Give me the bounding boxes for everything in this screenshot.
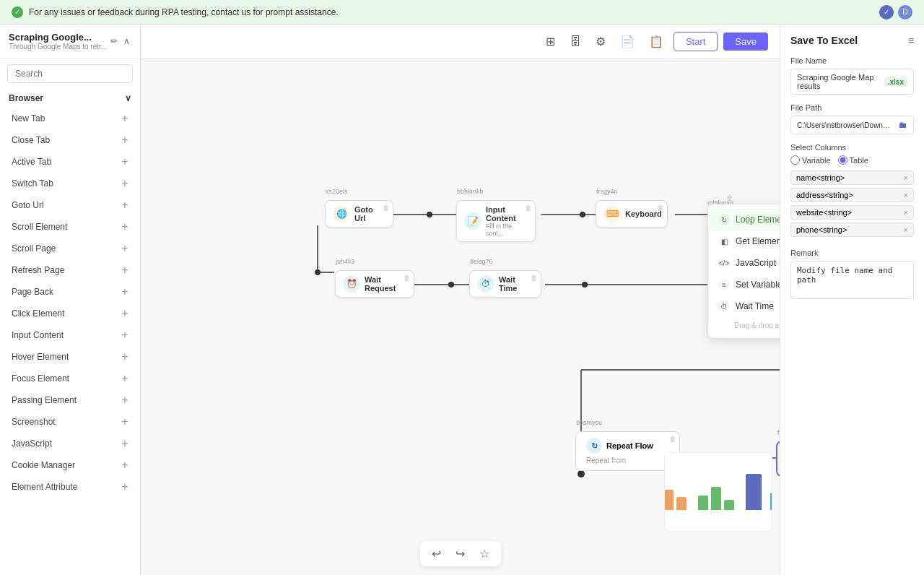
panel-menu-button[interactable]: ≡ [908, 35, 914, 46]
add-switch-tab-button[interactable]: + [118, 177, 131, 190]
add-refresh-page-button[interactable]: + [118, 264, 131, 277]
radio-variable[interactable] [790, 155, 800, 165]
sidebar-item-label: Refresh Page [12, 265, 64, 275]
search-input[interactable] [7, 64, 133, 83]
remove-column-website-button[interactable]: × [904, 208, 908, 217]
sidebar-item-label: Switch Tab [12, 178, 53, 189]
file-path-label: File Path [790, 103, 914, 112]
preview-chart [664, 467, 772, 517]
file-path-field[interactable]: C:\Users\nstbrowser\Downloac 🖿 [790, 116, 914, 134]
radio-table[interactable] [838, 155, 847, 165]
add-screenshot-button[interactable]: + [118, 415, 131, 428]
database-icon-button[interactable]: 🗄 [565, 33, 585, 51]
node-delete-ml5kmxq[interactable]: 🗑 [726, 194, 733, 202]
undo-button[interactable]: ↩ [427, 545, 445, 562]
sidebar-item-element-attribute[interactable]: Element Attribute + [0, 476, 140, 498]
add-passing-element-button[interactable]: + [118, 394, 131, 407]
add-scroll-page-button[interactable]: + [118, 242, 131, 255]
sidebar-item-cookie-manager[interactable]: Cookie Manager + [0, 454, 140, 476]
canvas-area: ⊞ 🗄 ⚙ 📄 📋 Start Save [141, 25, 780, 575]
sidebar-item-label: Click Element [12, 308, 64, 319]
remove-column-phone-button[interactable]: × [904, 225, 908, 234]
add-active-tab-button[interactable]: + [118, 155, 131, 168]
node-delete-button[interactable]: 🗑 [404, 274, 411, 282]
add-input-content-button[interactable]: + [118, 329, 131, 342]
radio-variable-label: Variable [790, 155, 831, 165]
sidebar-item-hover-element[interactable]: Hover Element + [0, 346, 140, 368]
start-button[interactable]: Start [674, 32, 718, 51]
browser-section-label: Browser [9, 93, 43, 103]
save-button[interactable]: Save [723, 33, 768, 51]
node-id: bbhkmkb [457, 188, 484, 195]
sidebar-item-switch-tab[interactable]: Switch Tab + [0, 173, 140, 194]
node-delete-button[interactable]: 🗑 [525, 204, 532, 212]
add-page-back-button[interactable]: + [118, 285, 131, 298]
edit-button[interactable]: ✏ [109, 35, 119, 48]
star-button[interactable]: ☆ [475, 545, 494, 562]
sidebar-item-screenshot[interactable]: Screenshot + [0, 411, 140, 433]
context-menu-item-get-data[interactable]: ◧ Get Element Data [708, 230, 780, 252]
sidebar-item-javascript[interactable]: JavaScript + [0, 433, 140, 454]
node-keyboard[interactable]: frxgy4n 🗑 ⌨ Keyboard [596, 200, 668, 228]
grid-icon-button[interactable]: ⊞ [541, 32, 559, 51]
column-value: website<string> [796, 208, 852, 217]
sidebar-item-page-back[interactable]: Page Back + [0, 281, 140, 303]
context-menu-item-javascript[interactable]: </> JavaScript [708, 252, 780, 274]
remove-column-address-button[interactable]: × [904, 191, 908, 199]
repeat-subtitle: Repeat from [586, 457, 669, 464]
node-input-content[interactable]: bbhkmkb 🗑 📝 Input Content Fill in the co… [456, 200, 536, 242]
settings-icon-button[interactable]: ⚙ [591, 32, 610, 51]
sidebar-item-close-tab[interactable]: Close Tab + [0, 129, 140, 151]
sidebar-item-active-tab[interactable]: Active Tab + [0, 151, 140, 173]
add-cookie-manager-button[interactable]: + [118, 459, 131, 472]
file-name-group: File Name Scraping Google Map results .x… [790, 56, 914, 95]
node-delete-repeat-button[interactable]: 🗑 [669, 435, 676, 443]
sidebar-header: Scraping Google... Through Google Maps t… [0, 25, 140, 59]
sidebar-item-goto-url[interactable]: Goto Url + [0, 194, 140, 216]
sidebar-item-click-element[interactable]: Click Element + [0, 303, 140, 324]
sidebar-item-scroll-page[interactable]: Scroll Page + [0, 238, 140, 259]
remove-column-name-button[interactable]: × [904, 173, 908, 182]
browser-section-header[interactable]: Browser ∨ [0, 89, 140, 108]
node-title: Wait Request [365, 275, 406, 293]
node-delete-button[interactable]: 🗑 [383, 204, 390, 212]
add-hover-element-button[interactable]: + [118, 350, 131, 363]
add-element-attribute-button[interactable]: + [118, 480, 131, 493]
add-new-tab-button[interactable]: + [118, 112, 131, 125]
collapse-button[interactable]: ∧ [122, 35, 131, 48]
node-wait-request[interactable]: juh4li3 🗑 ⏰ Wait Request [335, 270, 414, 298]
add-focus-element-button[interactable]: + [118, 372, 131, 385]
chevron-down-icon: ∨ [125, 93, 131, 103]
add-click-element-button[interactable]: + [118, 307, 131, 320]
sidebar-item-scroll-element[interactable]: Scroll Element + [0, 216, 140, 238]
upload-icon-button[interactable]: 📄 [616, 32, 639, 51]
sidebar-item-focus-element[interactable]: Focus Element + [0, 368, 140, 389]
context-menu-item-loop[interactable]: ↻ Loop Element [708, 209, 780, 230]
add-javascript-button[interactable]: + [118, 437, 131, 450]
remark-input[interactable] [790, 261, 914, 299]
loop-icon: ↻ [718, 214, 730, 225]
node-wait-time[interactable]: 8eisg76 🗑 ⏱ Wait Time [469, 270, 541, 298]
add-goto-url-button[interactable]: + [118, 199, 131, 212]
flow-canvas[interactable]: xs20els 🗑 🌐 Goto Url bbhkmkb 🗑 📝 Input C… [141, 59, 780, 575]
banner-text: For any issues or feedback during RPA te… [29, 7, 339, 17]
file-name-field[interactable]: Scraping Google Map results .xlsx [790, 69, 914, 95]
node-save-to-excel[interactable]: fkhu9oe 🗑 📊 Save To Excel Modify file na… [776, 441, 780, 477]
sidebar-item-new-tab[interactable]: New Tab + [0, 108, 140, 129]
add-close-tab-button[interactable]: + [118, 134, 131, 147]
add-scroll-element-button[interactable]: + [118, 220, 131, 233]
context-menu-item-set-variable[interactable]: ≡ Set Variable [708, 274, 780, 295]
node-delete-button[interactable]: 🗑 [657, 204, 664, 212]
context-menu-item-wait-time[interactable]: ⏱ Wait Time [708, 295, 780, 317]
radio-table-label: Table [838, 155, 868, 165]
sidebar-item-passing-element[interactable]: Passing Element + [0, 389, 140, 411]
bar-4 [698, 496, 708, 510]
sidebar-item-input-content[interactable]: Input Content + [0, 324, 140, 346]
select-columns-group: Select Columns Variable Table name<strin… [790, 143, 914, 240]
context-menu: ↻ Loop Element ◧ Get Element Data </> Ja… [707, 204, 780, 339]
document-icon-button[interactable]: 📋 [645, 32, 668, 51]
node-goto-url[interactable]: xs20els 🗑 🌐 Goto Url [325, 200, 393, 228]
redo-button[interactable]: ↪ [451, 545, 469, 562]
node-delete-button[interactable]: 🗑 [531, 274, 538, 282]
sidebar-item-refresh-page[interactable]: Refresh Page + [0, 259, 140, 281]
